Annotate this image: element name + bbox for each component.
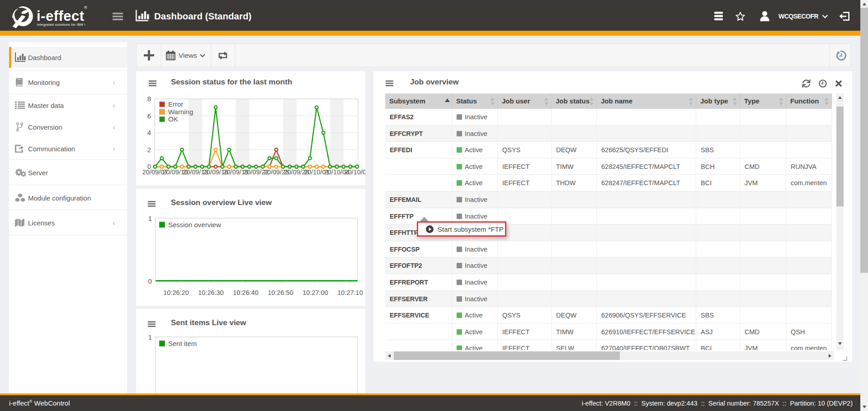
svg-text:10:27:00: 10:27:00 bbox=[302, 289, 328, 296]
svg-text:0: 0 bbox=[148, 277, 152, 285]
svg-text:Sent item: Sent item bbox=[168, 340, 197, 347]
svg-text:1: 1 bbox=[148, 333, 152, 341]
svg-text:4: 4 bbox=[147, 129, 151, 136]
svg-text:6: 6 bbox=[147, 112, 151, 120]
svg-text:Warning: Warning bbox=[168, 108, 193, 116]
svg-text:10:26:40: 10:26:40 bbox=[233, 289, 258, 296]
svg-text:®: ® bbox=[84, 5, 87, 10]
svg-text:10:26:30: 10:26:30 bbox=[198, 289, 223, 296]
svg-text:8: 8 bbox=[147, 95, 151, 103]
svg-text:20/10/07: 20/10/07 bbox=[344, 168, 365, 176]
svg-text:2: 2 bbox=[147, 146, 151, 154]
svg-text:i-effect: i-effect bbox=[37, 8, 85, 24]
svg-text:Session overview: Session overview bbox=[168, 221, 221, 229]
svg-text:10:27:10: 10:27:10 bbox=[337, 289, 363, 296]
svg-text:integrated solutions for IBM i: integrated solutions for IBM i bbox=[37, 23, 85, 27]
svg-text:10:26:20: 10:26:20 bbox=[163, 289, 189, 296]
svg-text:OK: OK bbox=[168, 115, 178, 123]
svg-text:10:26:50: 10:26:50 bbox=[268, 289, 293, 296]
svg-text:1: 1 bbox=[148, 215, 152, 222]
svg-text:Error: Error bbox=[168, 100, 183, 108]
